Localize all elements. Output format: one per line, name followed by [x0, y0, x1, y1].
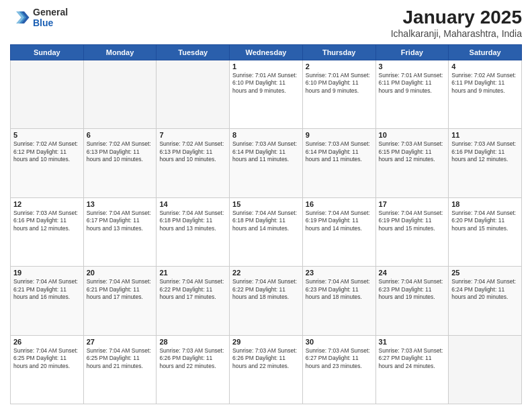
day-number: 7	[159, 131, 226, 139]
calendar-table: SundayMondayTuesdayWednesdayThursdayFrid…	[10, 44, 522, 404]
day-detail: Sunrise: 7:03 AM Sunset: 6:16 PM Dayligh…	[451, 140, 519, 163]
day-cell: 15Sunrise: 7:04 AM Sunset: 6:18 PM Dayli…	[230, 197, 303, 266]
day-detail: Sunrise: 7:01 AM Sunset: 6:10 PM Dayligh…	[306, 72, 373, 95]
day-number: 14	[159, 200, 226, 208]
day-cell: 6Sunrise: 7:02 AM Sunset: 6:13 PM Daylig…	[83, 129, 157, 197]
header: General Blue January 2025 Ichalkaranji, …	[10, 7, 522, 39]
day-number: 28	[159, 338, 226, 346]
day-cell: 17Sunrise: 7:04 AM Sunset: 6:19 PM Dayli…	[375, 197, 449, 266]
day-detail: Sunrise: 7:03 AM Sunset: 6:14 PM Dayligh…	[306, 140, 373, 163]
logo-text: General Blue	[33, 7, 68, 28]
week-row-1: 1Sunrise: 7:01 AM Sunset: 6:10 PM Daylig…	[11, 60, 522, 129]
day-detail: Sunrise: 7:04 AM Sunset: 6:19 PM Dayligh…	[379, 210, 446, 232]
day-number: 13	[87, 200, 154, 208]
day-cell: 19Sunrise: 7:04 AM Sunset: 6:21 PM Dayli…	[11, 267, 84, 335]
day-detail: Sunrise: 7:04 AM Sunset: 6:18 PM Dayligh…	[159, 210, 226, 232]
day-cell: 7Sunrise: 7:02 AM Sunset: 6:13 PM Daylig…	[157, 129, 230, 197]
day-number: 15	[232, 200, 300, 208]
logo: General Blue	[10, 7, 68, 28]
day-number: 5	[13, 131, 81, 139]
day-number: 2	[306, 62, 373, 71]
day-number: 24	[379, 269, 446, 277]
day-cell: 13Sunrise: 7:04 AM Sunset: 6:17 PM Dayli…	[83, 197, 157, 266]
day-cell: 30Sunrise: 7:03 AM Sunset: 6:27 PM Dayli…	[302, 335, 375, 404]
day-detail: Sunrise: 7:03 AM Sunset: 6:27 PM Dayligh…	[379, 347, 446, 370]
calendar-subtitle: Ichalkaranji, Maharashtra, India	[391, 28, 522, 39]
day-detail: Sunrise: 7:02 AM Sunset: 6:13 PM Dayligh…	[159, 140, 226, 163]
day-number: 31	[379, 338, 446, 346]
day-detail: Sunrise: 7:04 AM Sunset: 6:19 PM Dayligh…	[306, 210, 373, 232]
day-detail: Sunrise: 7:04 AM Sunset: 6:22 PM Dayligh…	[159, 278, 226, 301]
day-cell: 21Sunrise: 7:04 AM Sunset: 6:22 PM Dayli…	[157, 267, 230, 335]
weekday-header-tuesday: Tuesday	[157, 45, 230, 60]
title-block: January 2025 Ichalkaranji, Maharashtra, …	[391, 7, 522, 39]
weekday-header-wednesday: Wednesday	[230, 45, 303, 60]
day-detail: Sunrise: 7:01 AM Sunset: 6:10 PM Dayligh…	[232, 72, 300, 95]
day-number: 4	[451, 62, 519, 71]
day-cell: 28Sunrise: 7:03 AM Sunset: 6:26 PM Dayli…	[157, 335, 230, 404]
day-cell: 3Sunrise: 7:01 AM Sunset: 6:11 PM Daylig…	[375, 60, 449, 129]
day-cell: 11Sunrise: 7:03 AM Sunset: 6:16 PM Dayli…	[449, 129, 522, 197]
week-row-5: 26Sunrise: 7:04 AM Sunset: 6:25 PM Dayli…	[11, 335, 522, 404]
day-detail: Sunrise: 7:03 AM Sunset: 6:15 PM Dayligh…	[379, 140, 446, 163]
day-detail: Sunrise: 7:04 AM Sunset: 6:17 PM Dayligh…	[87, 210, 154, 232]
day-number: 12	[13, 200, 81, 208]
day-cell: 14Sunrise: 7:04 AM Sunset: 6:18 PM Dayli…	[157, 197, 230, 266]
day-detail: Sunrise: 7:04 AM Sunset: 6:23 PM Dayligh…	[379, 278, 446, 301]
day-detail: Sunrise: 7:03 AM Sunset: 6:14 PM Dayligh…	[232, 140, 300, 163]
day-cell: 1Sunrise: 7:01 AM Sunset: 6:10 PM Daylig…	[230, 60, 303, 129]
weekday-header-friday: Friday	[375, 45, 449, 60]
day-detail: Sunrise: 7:04 AM Sunset: 6:18 PM Dayligh…	[232, 210, 300, 232]
day-cell: 16Sunrise: 7:04 AM Sunset: 6:19 PM Dayli…	[302, 197, 375, 266]
day-number: 27	[87, 338, 154, 346]
day-cell: 5Sunrise: 7:02 AM Sunset: 6:12 PM Daylig…	[11, 129, 84, 197]
weekday-header-row: SundayMondayTuesdayWednesdayThursdayFrid…	[11, 45, 522, 60]
day-number: 10	[379, 131, 446, 139]
day-number: 20	[87, 269, 154, 277]
day-cell: 27Sunrise: 7:04 AM Sunset: 6:25 PM Dayli…	[83, 335, 157, 404]
day-cell: 23Sunrise: 7:04 AM Sunset: 6:23 PM Dayli…	[302, 267, 375, 335]
weekday-header-thursday: Thursday	[302, 45, 375, 60]
day-detail: Sunrise: 7:02 AM Sunset: 6:11 PM Dayligh…	[451, 72, 519, 95]
day-number: 25	[451, 269, 519, 277]
logo-general: General	[33, 7, 68, 17]
day-number: 3	[379, 62, 446, 71]
day-cell: 4Sunrise: 7:02 AM Sunset: 6:11 PM Daylig…	[449, 60, 522, 129]
day-cell: 9Sunrise: 7:03 AM Sunset: 6:14 PM Daylig…	[302, 129, 375, 197]
day-detail: Sunrise: 7:02 AM Sunset: 6:13 PM Dayligh…	[87, 140, 154, 163]
day-cell: 24Sunrise: 7:04 AM Sunset: 6:23 PM Dayli…	[375, 267, 449, 335]
day-cell: 22Sunrise: 7:04 AM Sunset: 6:22 PM Dayli…	[230, 267, 303, 335]
day-number: 6	[87, 131, 154, 139]
day-detail: Sunrise: 7:04 AM Sunset: 6:25 PM Dayligh…	[87, 347, 154, 370]
day-cell: 20Sunrise: 7:04 AM Sunset: 6:21 PM Dayli…	[83, 267, 157, 335]
day-cell	[11, 60, 84, 129]
weekday-header-sunday: Sunday	[11, 45, 84, 60]
day-cell	[83, 60, 157, 129]
day-number: 19	[13, 269, 81, 277]
day-detail: Sunrise: 7:04 AM Sunset: 6:21 PM Dayligh…	[87, 278, 154, 301]
day-detail: Sunrise: 7:01 AM Sunset: 6:11 PM Dayligh…	[379, 72, 446, 95]
day-cell: 29Sunrise: 7:03 AM Sunset: 6:26 PM Dayli…	[230, 335, 303, 404]
day-detail: Sunrise: 7:04 AM Sunset: 6:24 PM Dayligh…	[451, 278, 519, 301]
day-number: 26	[13, 338, 81, 346]
weekday-header-saturday: Saturday	[449, 45, 522, 60]
day-detail: Sunrise: 7:04 AM Sunset: 6:21 PM Dayligh…	[13, 278, 81, 301]
day-cell	[449, 335, 522, 404]
day-number: 18	[451, 200, 519, 208]
day-number: 22	[232, 269, 300, 277]
week-row-3: 12Sunrise: 7:03 AM Sunset: 6:16 PM Dayli…	[11, 197, 522, 266]
day-number: 30	[306, 338, 373, 346]
day-detail: Sunrise: 7:04 AM Sunset: 6:23 PM Dayligh…	[306, 278, 373, 301]
day-detail: Sunrise: 7:03 AM Sunset: 6:27 PM Dayligh…	[306, 347, 373, 370]
day-detail: Sunrise: 7:02 AM Sunset: 6:12 PM Dayligh…	[13, 140, 81, 163]
weekday-header-monday: Monday	[83, 45, 157, 60]
day-cell: 10Sunrise: 7:03 AM Sunset: 6:15 PM Dayli…	[375, 129, 449, 197]
day-cell: 25Sunrise: 7:04 AM Sunset: 6:24 PM Dayli…	[449, 267, 522, 335]
day-cell: 26Sunrise: 7:04 AM Sunset: 6:25 PM Dayli…	[11, 335, 84, 404]
day-detail: Sunrise: 7:03 AM Sunset: 6:26 PM Dayligh…	[232, 347, 300, 370]
week-row-4: 19Sunrise: 7:04 AM Sunset: 6:21 PM Dayli…	[11, 267, 522, 335]
day-number: 8	[232, 131, 300, 139]
day-number: 17	[379, 200, 446, 208]
day-detail: Sunrise: 7:04 AM Sunset: 6:22 PM Dayligh…	[232, 278, 300, 301]
day-number: 21	[159, 269, 226, 277]
